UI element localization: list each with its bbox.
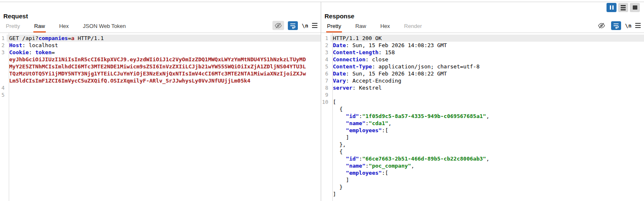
line-content[interactable]: }, (330, 141, 644, 148)
line-content[interactable]: ] (330, 191, 644, 198)
editor-split: Request PrettyRawHexJSON Web Token (0, 2, 644, 201)
editor-line[interactable]: "employees":[ (321, 127, 644, 134)
line-content[interactable]: Cookie: token= (7, 49, 321, 56)
menu-icon[interactable] (635, 23, 641, 28)
line-content[interactable]: ] (330, 176, 644, 183)
line-content[interactable] (7, 84, 321, 91)
line-number (321, 191, 330, 198)
line-number: 2 (321, 42, 330, 49)
editor-line[interactable]: Lm5ldCIsImF1ZCI6ImVycC5uZXQifQ.OSIzXqmil… (0, 77, 321, 84)
editor-line[interactable]: 4Connection: close (321, 56, 644, 63)
editor-line[interactable]: ] (321, 191, 644, 198)
rows-layout-button[interactable] (618, 3, 628, 12)
line-content[interactable]: Date: Sun, 15 Feb 2026 14:08:23 GMT (330, 42, 644, 49)
editor-line[interactable]: 3Content-Length: 158 (321, 49, 644, 56)
editor-line[interactable]: 4 (0, 84, 321, 91)
line-number: 1 (321, 35, 330, 42)
line-number: 7 (321, 77, 330, 84)
editor-line[interactable]: 1GET /api?companies=a HTTP/1.1 (0, 35, 321, 42)
tab-pretty[interactable]: Pretty (326, 23, 342, 33)
line-number (321, 120, 330, 127)
line-number: 6 (321, 70, 330, 77)
eye-slash-icon[interactable] (272, 21, 284, 30)
line-number (321, 162, 330, 169)
line-content[interactable]: TQzMzUtOTQ5Yi1jMDY5NTY3Njg1YTEiLCJuYmYiO… (7, 70, 321, 77)
line-number (0, 70, 7, 77)
editor-line[interactable]: 1HTTP/1.1 200 OK (321, 35, 644, 42)
editor-line[interactable]: 8server: Kestrel (321, 84, 644, 91)
line-content[interactable]: Vary: Accept-Encoding (330, 77, 644, 84)
single-pane-layout-button[interactable] (630, 3, 640, 12)
request-title: Request (3, 13, 321, 20)
line-content[interactable]: "name":"cda1", (330, 120, 644, 127)
line-content[interactable]: } (330, 183, 644, 191)
line-content[interactable]: "employees":[ (330, 169, 644, 176)
line-content[interactable]: ] (330, 134, 644, 141)
editor-line[interactable]: "name":"cda1", (321, 120, 644, 127)
newline-icon[interactable]: \n (625, 23, 632, 29)
editor-line[interactable]: 2Date: Sun, 15 Feb 2026 14:08:23 GMT (321, 42, 644, 49)
editor-line[interactable]: TQzMzUtOTQ5Yi1jMDY5NTY3Njg1YTEiLCJuYmYiO… (0, 70, 321, 77)
pause-button[interactable] (607, 3, 617, 12)
line-number: 3 (321, 49, 330, 56)
line-content[interactable]: "id":"1f05d9c5-8a57-4335-949b-c069567685… (330, 113, 644, 120)
editor-line[interactable]: { (321, 148, 644, 155)
editor-line[interactable]: "id":"66ce7663-2b51-466d-89b5-cb22c8006a… (321, 155, 644, 162)
line-content[interactable]: Lm5ldCIsImF1ZCI6ImVycC5uZXQifQ.OSIzXqmil… (7, 77, 321, 84)
line-content[interactable]: Host: localhost (7, 42, 321, 49)
line-content[interactable]: { (330, 106, 644, 113)
eye-slash-icon[interactable] (596, 21, 607, 30)
editor-line[interactable]: "id":"1f05d9c5-8a57-4335-949b-c069567685… (321, 113, 644, 120)
editor-line[interactable]: 3Cookie: token= (0, 49, 321, 56)
editor-line[interactable]: 6Date: Sun, 15 Feb 2026 14:08:22 GMT (321, 70, 644, 77)
line-number: 9 (321, 91, 330, 98)
line-content[interactable] (7, 91, 321, 98)
line-content[interactable]: MyY2E5ZTNhMCIsImlhdCI6MTc3MTE2NDE1Miwicm… (7, 63, 321, 70)
line-content[interactable]: [ (330, 98, 644, 106)
editor-line[interactable]: 9 (321, 91, 644, 98)
tab-render[interactable]: Render (403, 23, 423, 33)
line-content[interactable]: { (330, 148, 644, 155)
request-editor[interactable]: 1GET /api?companies=a HTTP/1.12Host: loc… (0, 33, 321, 201)
line-content[interactable]: Content-Length: 158 (330, 49, 644, 56)
line-content[interactable]: "id":"66ce7663-2b51-466d-89b5-cb22c8006a… (330, 155, 644, 162)
wrap-lines-icon[interactable] (288, 21, 298, 30)
line-content[interactable]: Date: Sun, 15 Feb 2026 14:08:22 GMT (330, 70, 644, 77)
line-content[interactable]: "name":"poc_company", (330, 162, 644, 169)
line-content[interactable]: GET /api?companies=a HTTP/1.1 (7, 35, 321, 42)
editor-line[interactable]: MyY2E5ZTNhMCIsImlhdCI6MTc3MTE2NDE1Miwicm… (0, 63, 321, 70)
wrap-lines-icon[interactable] (611, 21, 621, 30)
tab-json-web-token[interactable]: JSON Web Token (82, 23, 127, 33)
editor-line[interactable]: }, (321, 141, 644, 148)
tab-raw[interactable]: Raw (33, 23, 46, 33)
newline-icon[interactable]: \n (302, 23, 308, 29)
line-number: 5 (321, 63, 330, 70)
layout-controls (607, 3, 640, 12)
tab-pretty[interactable]: Pretty (5, 23, 21, 33)
editor-line[interactable]: 5 (0, 91, 321, 98)
editor-line[interactable]: 5Content-Type: application/json; charset… (321, 63, 644, 70)
response-editor[interactable]: 1HTTP/1.1 200 OK2Date: Sun, 15 Feb 2026 … (321, 33, 644, 201)
tab-raw[interactable]: Raw (354, 23, 367, 33)
editor-line[interactable]: ] (321, 134, 644, 141)
editor-line[interactable]: { (321, 106, 644, 113)
menu-icon[interactable] (312, 23, 317, 28)
tab-hex[interactable]: Hex (379, 23, 391, 33)
editor-line[interactable]: 10[ (321, 98, 644, 106)
line-content[interactable] (330, 91, 644, 98)
line-number: 10 (321, 98, 330, 106)
editor-line[interactable]: 2Host: localhost (0, 42, 321, 49)
tab-hex[interactable]: Hex (58, 23, 70, 33)
editor-line[interactable]: } (321, 183, 644, 191)
editor-line[interactable]: ] (321, 176, 644, 183)
line-content[interactable]: Connection: close (330, 56, 644, 63)
editor-line[interactable]: eyJhbGciOiJIUzI1NiIsInR5cCI6IkpXVCJ9.eyJ… (0, 56, 321, 63)
line-content[interactable]: "employees":[ (330, 127, 644, 134)
line-content[interactable]: HTTP/1.1 200 OK (330, 35, 644, 42)
editor-line[interactable]: "name":"poc_company", (321, 162, 644, 169)
line-content[interactable]: Content-Type: application/json; charset=… (330, 63, 644, 70)
line-content[interactable]: server: Kestrel (330, 84, 644, 91)
editor-line[interactable]: 7Vary: Accept-Encoding (321, 77, 644, 84)
editor-line[interactable]: "employees":[ (321, 169, 644, 176)
line-content[interactable]: eyJhbGciOiJIUzI1NiIsInR5cCI6IkpXVCJ9.eyJ… (7, 56, 321, 63)
